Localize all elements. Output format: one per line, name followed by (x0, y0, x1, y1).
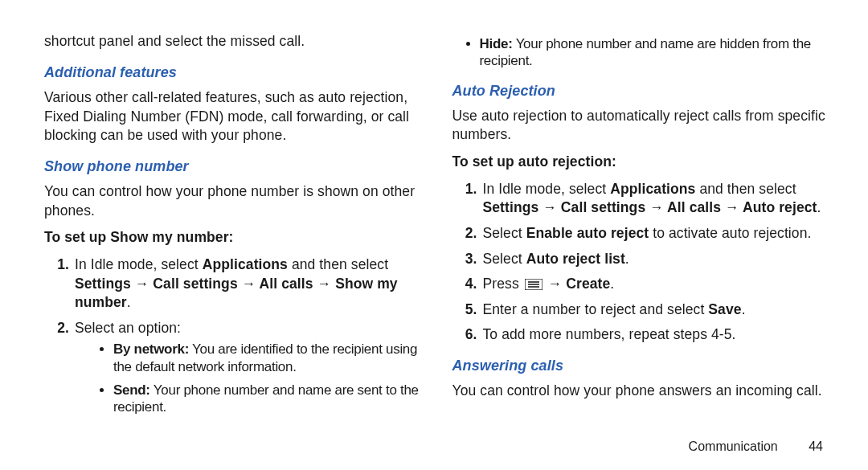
step-text: Press (483, 276, 523, 292)
step-text: and then select (695, 181, 796, 197)
list-item: Select Auto reject list. (481, 250, 829, 269)
step-text: In Idle mode, select (75, 256, 203, 272)
step-text: . (742, 301, 746, 317)
list-item: Enter a number to reject and select Save… (481, 300, 829, 320)
show-my-number-steps: In Idle mode, select Applications and th… (44, 255, 420, 416)
step-text: → (544, 276, 567, 292)
step-text: Select an option: (75, 320, 181, 336)
list-item: Press → Create. (481, 275, 829, 294)
step-text: . (610, 276, 614, 292)
answering-calls-para: You can control how your phone answers a… (452, 382, 829, 401)
footer-page-number: 44 (796, 439, 823, 454)
list-item: By network: You are identified to the re… (113, 341, 420, 375)
right-column: Hide: Your phone number and name are hid… (452, 32, 829, 433)
step-text: Enter a number to reject and select (483, 301, 709, 317)
auto-rejection-steps: In Idle mode, select Applications and th… (452, 180, 829, 345)
bullet-text: Your phone number and name are sent to t… (113, 382, 419, 415)
step-text: To add more numbers, repeat steps 4-5. (483, 326, 736, 342)
heading-additional-features: Additional features (44, 63, 420, 82)
menu-icon (525, 279, 542, 290)
left-intro-line: shortcut panel and select the missed cal… (44, 32, 420, 51)
list-item: In Idle mode, select Applications and th… (73, 255, 420, 313)
step-bold: Applications (203, 256, 288, 272)
step-text: to activate auto rejection. (649, 225, 811, 241)
step-text: . (817, 199, 821, 215)
step-bold: Auto reject list (526, 251, 625, 267)
step-text: Select (483, 225, 526, 241)
heading-answering-calls: Answering calls (452, 356, 829, 375)
heading-auto-rejection: Auto Rejection (452, 81, 829, 100)
step-bold: Save (708, 301, 741, 317)
step-path: Settings → Call settings → All calls → S… (75, 276, 398, 311)
step-bold: Create (566, 276, 610, 292)
bullet-label: Send: (113, 382, 150, 398)
step-text: . (625, 251, 629, 267)
list-item: Select Enable auto reject to activate au… (481, 224, 829, 243)
step-text: Select (483, 251, 526, 267)
left-column: shortcut panel and select the missed cal… (44, 32, 420, 433)
step-path: Settings → Call settings → All calls → A… (483, 199, 817, 215)
list-item: Hide: Your phone number and name are hid… (480, 35, 829, 70)
page-root: shortcut panel and select the missed cal… (0, 0, 868, 470)
option-bullets-continued: Hide: Your phone number and name are hid… (452, 35, 829, 70)
step-bold: Applications (610, 181, 695, 197)
bullet-label: Hide: (480, 36, 513, 51)
list-item: Send: Your phone number and name are sen… (113, 382, 420, 416)
step-text: . (127, 294, 131, 310)
list-item: In Idle mode, select Applications and th… (481, 180, 829, 218)
subhead-auto-rejection: To set up auto rejection: (452, 153, 829, 172)
bullet-label: By network: (113, 341, 189, 357)
step-text: and then select (288, 256, 388, 272)
option-bullets: By network: You are identified to the re… (75, 341, 420, 415)
heading-show-phone-number: Show phone number (44, 157, 420, 176)
bullet-text: Your phone number and name are hidden fr… (480, 36, 812, 68)
step-text: In Idle mode, select (483, 181, 611, 197)
list-item: Select an option: By network: You are id… (73, 319, 420, 416)
page-footer: Communication 44 (44, 439, 828, 454)
show-phone-number-para: You can control how your phone number is… (44, 182, 420, 220)
subhead-show-my-number: To set up Show my number: (44, 228, 420, 247)
footer-section: Communication (689, 439, 778, 453)
auto-rejection-para: Use auto rejection to automatically reje… (452, 107, 829, 145)
additional-features-para: Various other call-related features, suc… (44, 88, 420, 145)
columns: shortcut panel and select the missed cal… (44, 32, 828, 433)
step-bold: Enable auto reject (526, 225, 649, 241)
list-item: To add more numbers, repeat steps 4-5. (481, 325, 829, 345)
